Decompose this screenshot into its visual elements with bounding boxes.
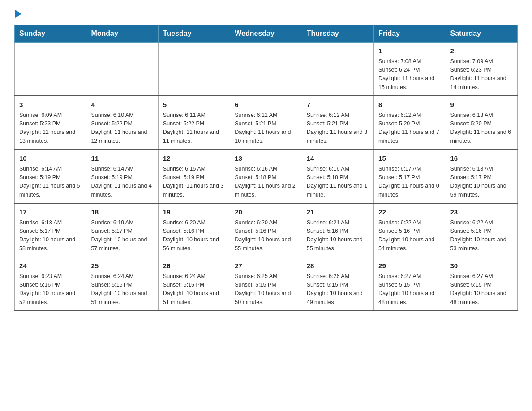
weekday-header-tuesday: Tuesday	[158, 25, 230, 43]
weekday-header-wednesday: Wednesday	[230, 25, 302, 43]
logo	[14, 11, 22, 18]
day-number: 22	[378, 207, 441, 218]
day-info: Sunrise: 6:24 AM Sunset: 5:15 PM Dayligh…	[163, 272, 225, 307]
day-number: 3	[19, 100, 82, 110]
day-info: Sunrise: 6:17 AM Sunset: 5:17 PM Dayligh…	[378, 165, 441, 200]
calendar-week-row: 10Sunrise: 6:14 AM Sunset: 5:19 PM Dayli…	[15, 150, 518, 203]
calendar-cell: 18Sunrise: 6:19 AM Sunset: 5:17 PM Dayli…	[86, 203, 158, 257]
calendar-cell: 22Sunrise: 6:22 AM Sunset: 5:16 PM Dayli…	[374, 203, 446, 257]
day-number: 10	[19, 154, 82, 164]
day-info: Sunrise: 7:08 AM Sunset: 6:24 PM Dayligh…	[378, 57, 441, 92]
day-number: 12	[163, 154, 225, 164]
day-number: 11	[91, 154, 153, 164]
day-info: Sunrise: 6:15 AM Sunset: 5:19 PM Dayligh…	[163, 165, 225, 200]
day-info: Sunrise: 6:18 AM Sunset: 5:17 PM Dayligh…	[450, 165, 513, 200]
calendar-cell: 3Sunrise: 6:09 AM Sunset: 5:23 PM Daylig…	[15, 96, 86, 150]
calendar-cell: 20Sunrise: 6:20 AM Sunset: 5:16 PM Dayli…	[230, 203, 302, 257]
calendar-cell: 6Sunrise: 6:11 AM Sunset: 5:21 PM Daylig…	[230, 96, 302, 150]
day-number: 14	[307, 154, 369, 164]
day-number: 1	[378, 46, 441, 56]
day-info: Sunrise: 6:18 AM Sunset: 5:17 PM Dayligh…	[19, 218, 82, 253]
calendar-week-row: 17Sunrise: 6:18 AM Sunset: 5:17 PM Dayli…	[15, 203, 518, 257]
day-number: 16	[450, 154, 513, 164]
calendar-cell: 12Sunrise: 6:15 AM Sunset: 5:19 PM Dayli…	[158, 150, 230, 203]
calendar-week-row: 24Sunrise: 6:23 AM Sunset: 5:16 PM Dayli…	[15, 257, 518, 311]
calendar-cell: 23Sunrise: 6:22 AM Sunset: 5:16 PM Dayli…	[446, 203, 517, 257]
calendar-week-row: 1Sunrise: 7:08 AM Sunset: 6:24 PM Daylig…	[15, 43, 518, 96]
calendar-cell: 4Sunrise: 6:10 AM Sunset: 5:22 PM Daylig…	[86, 96, 158, 150]
day-number: 24	[19, 261, 82, 271]
calendar-cell: 27Sunrise: 6:25 AM Sunset: 5:15 PM Dayli…	[230, 257, 302, 311]
day-info: Sunrise: 6:22 AM Sunset: 5:16 PM Dayligh…	[378, 218, 441, 253]
day-info: Sunrise: 6:21 AM Sunset: 5:16 PM Dayligh…	[307, 218, 369, 253]
calendar-cell: 21Sunrise: 6:21 AM Sunset: 5:16 PM Dayli…	[302, 203, 373, 257]
day-info: Sunrise: 6:22 AM Sunset: 5:16 PM Dayligh…	[450, 218, 513, 253]
day-number: 29	[378, 261, 441, 271]
logo-area	[14, 11, 22, 16]
day-info: Sunrise: 6:16 AM Sunset: 5:18 PM Dayligh…	[307, 165, 369, 200]
calendar-cell: 30Sunrise: 6:27 AM Sunset: 5:15 PM Dayli…	[446, 257, 517, 311]
calendar-cell: 17Sunrise: 6:18 AM Sunset: 5:17 PM Dayli…	[15, 203, 86, 257]
day-info: Sunrise: 6:11 AM Sunset: 5:22 PM Dayligh…	[163, 111, 225, 146]
day-info: Sunrise: 6:23 AM Sunset: 5:16 PM Dayligh…	[19, 272, 82, 307]
day-number: 2	[450, 46, 513, 56]
calendar-cell: 29Sunrise: 6:27 AM Sunset: 5:15 PM Dayli…	[374, 257, 446, 311]
calendar-cell	[158, 43, 230, 96]
day-info: Sunrise: 7:09 AM Sunset: 6:23 PM Dayligh…	[450, 57, 513, 92]
calendar-cell: 5Sunrise: 6:11 AM Sunset: 5:22 PM Daylig…	[158, 96, 230, 150]
weekday-header-monday: Monday	[86, 25, 158, 43]
calendar-cell: 2Sunrise: 7:09 AM Sunset: 6:23 PM Daylig…	[446, 43, 517, 96]
weekday-header-thursday: Thursday	[302, 25, 373, 43]
day-info: Sunrise: 6:12 AM Sunset: 5:20 PM Dayligh…	[378, 111, 441, 146]
calendar-cell: 26Sunrise: 6:24 AM Sunset: 5:15 PM Dayli…	[158, 257, 230, 311]
weekday-header-sunday: Sunday	[15, 25, 86, 43]
calendar-cell: 13Sunrise: 6:16 AM Sunset: 5:18 PM Dayli…	[230, 150, 302, 203]
day-info: Sunrise: 6:27 AM Sunset: 5:15 PM Dayligh…	[450, 272, 513, 307]
day-info: Sunrise: 6:13 AM Sunset: 5:20 PM Dayligh…	[450, 111, 513, 146]
day-info: Sunrise: 6:09 AM Sunset: 5:23 PM Dayligh…	[19, 111, 82, 146]
day-info: Sunrise: 6:16 AM Sunset: 5:18 PM Dayligh…	[235, 165, 297, 200]
day-info: Sunrise: 6:11 AM Sunset: 5:21 PM Dayligh…	[235, 111, 297, 146]
day-number: 18	[91, 207, 153, 218]
weekday-header-friday: Friday	[374, 25, 446, 43]
day-info: Sunrise: 6:10 AM Sunset: 5:22 PM Dayligh…	[91, 111, 153, 146]
day-number: 13	[235, 154, 297, 164]
day-info: Sunrise: 6:20 AM Sunset: 5:16 PM Dayligh…	[235, 218, 297, 253]
day-number: 15	[378, 154, 441, 164]
calendar-cell: 8Sunrise: 6:12 AM Sunset: 5:20 PM Daylig…	[374, 96, 446, 150]
day-number: 21	[307, 207, 369, 218]
calendar-cell: 1Sunrise: 7:08 AM Sunset: 6:24 PM Daylig…	[374, 43, 446, 96]
calendar-cell: 15Sunrise: 6:17 AM Sunset: 5:17 PM Dayli…	[374, 150, 446, 203]
day-number: 19	[163, 207, 225, 218]
day-number: 26	[163, 261, 225, 271]
calendar-week-row: 3Sunrise: 6:09 AM Sunset: 5:23 PM Daylig…	[15, 96, 518, 150]
calendar-cell: 16Sunrise: 6:18 AM Sunset: 5:17 PM Dayli…	[446, 150, 517, 203]
calendar-cell: 14Sunrise: 6:16 AM Sunset: 5:18 PM Dayli…	[302, 150, 373, 203]
day-number: 4	[91, 100, 153, 110]
day-info: Sunrise: 6:20 AM Sunset: 5:16 PM Dayligh…	[163, 218, 225, 253]
logo-arrow-icon	[15, 10, 21, 18]
calendar-cell: 9Sunrise: 6:13 AM Sunset: 5:20 PM Daylig…	[446, 96, 517, 150]
day-number: 27	[235, 261, 297, 271]
calendar-cell: 10Sunrise: 6:14 AM Sunset: 5:19 PM Dayli…	[15, 150, 86, 203]
day-number: 9	[450, 100, 513, 110]
day-number: 30	[450, 261, 513, 271]
day-number: 28	[307, 261, 369, 271]
calendar-cell: 19Sunrise: 6:20 AM Sunset: 5:16 PM Dayli…	[158, 203, 230, 257]
day-number: 8	[378, 100, 441, 110]
calendar-cell: 24Sunrise: 6:23 AM Sunset: 5:16 PM Dayli…	[15, 257, 86, 311]
calendar-cell: 25Sunrise: 6:24 AM Sunset: 5:15 PM Dayli…	[86, 257, 158, 311]
day-number: 17	[19, 207, 82, 218]
day-info: Sunrise: 6:26 AM Sunset: 5:15 PM Dayligh…	[307, 272, 369, 307]
calendar-cell: 28Sunrise: 6:26 AM Sunset: 5:15 PM Dayli…	[302, 257, 373, 311]
weekday-header-row: SundayMondayTuesdayWednesdayThursdayFrid…	[15, 25, 518, 43]
day-info: Sunrise: 6:27 AM Sunset: 5:15 PM Dayligh…	[378, 272, 441, 307]
calendar-cell	[15, 43, 86, 96]
day-number: 23	[450, 207, 513, 218]
header	[14, 11, 518, 16]
day-info: Sunrise: 6:14 AM Sunset: 5:19 PM Dayligh…	[91, 165, 153, 200]
day-info: Sunrise: 6:24 AM Sunset: 5:15 PM Dayligh…	[91, 272, 153, 307]
day-info: Sunrise: 6:12 AM Sunset: 5:21 PM Dayligh…	[307, 111, 369, 146]
calendar-table: SundayMondayTuesdayWednesdayThursdayFrid…	[14, 25, 518, 311]
day-info: Sunrise: 6:25 AM Sunset: 5:15 PM Dayligh…	[235, 272, 297, 307]
